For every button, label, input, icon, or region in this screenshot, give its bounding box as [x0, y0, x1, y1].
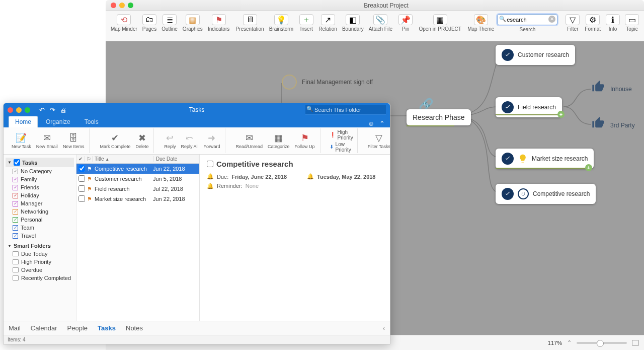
high-priority-button[interactable]: ❗High Priority — [330, 129, 353, 141]
tab-tools[interactable]: Tools — [78, 116, 105, 127]
nav-category[interactable]: ✓No Category — [6, 167, 74, 175]
task-row[interactable]: ⚑Market size researchJun 22, 2018 — [76, 194, 199, 204]
col-due[interactable]: Due Date — [154, 156, 199, 162]
footer-calendar[interactable]: Calendar — [31, 324, 57, 332]
row-checkbox[interactable] — [77, 175, 86, 183]
bell-icon: 🔔 — [207, 173, 214, 180]
forward-button[interactable]: ➜Forward — [202, 131, 221, 151]
chevron-left-icon[interactable]: ‹ — [383, 324, 385, 332]
nav-smart-folder[interactable]: Recently Completed — [6, 274, 74, 282]
tb-mapminder[interactable]: ⟲Map Minder — [109, 13, 139, 33]
nav-category[interactable]: ✓Friends — [6, 183, 74, 191]
tb-info[interactable]: ℹInfo — [604, 13, 622, 33]
detail-complete-checkbox[interactable] — [207, 161, 213, 167]
nav-smart-folder[interactable]: Overdue — [6, 266, 74, 274]
tb-brainstorm[interactable]: 💡Brainstorm — [267, 13, 295, 33]
col-check[interactable]: ✔ — [76, 156, 85, 162]
zoom-slider[interactable] — [577, 342, 627, 344]
nav-category[interactable]: ✓Manager — [6, 199, 74, 207]
nav-smart-folder[interactable]: Due Today — [6, 250, 74, 258]
close-button[interactable] — [8, 107, 13, 113]
tb-boundary[interactable]: ◧Boundary — [340, 13, 366, 33]
tb-presentation[interactable]: 🖥Presentation — [233, 13, 266, 33]
new-email-button[interactable]: ✉New Email — [35, 131, 59, 151]
node-customer[interactable]: Customer research — [496, 45, 575, 65]
expand-icon[interactable]: + — [557, 111, 565, 118]
tb-openproject[interactable]: ▦Open in PROJECT — [417, 13, 463, 33]
tb-insert[interactable]: ＋Insert — [297, 13, 315, 33]
follow-up-button[interactable]: ⚑Follow Up — [294, 131, 316, 151]
reply-all-button[interactable]: ⤺Reply All — [180, 131, 199, 151]
signoff-node[interactable]: Final Management sign off — [282, 75, 373, 90]
undo-icon[interactable]: ↶ — [39, 106, 45, 114]
node-competitive[interactable]: Competitive research — [496, 184, 596, 204]
collapse-ribbon-icon[interactable]: ⌃ — [379, 120, 385, 127]
thirdparty-label[interactable]: 3rd Party — [610, 122, 635, 129]
reply-button[interactable]: ↩Reply — [163, 131, 177, 151]
central-node[interactable]: Research Phase — [407, 109, 471, 125]
task-row[interactable]: ⚑Customer researchJun 5, 2018 — [76, 174, 199, 184]
category-checkbox-icon: ✓ — [13, 209, 18, 215]
zoom-level[interactable]: 117% — [548, 340, 562, 346]
nav-category[interactable]: ✓Team — [6, 224, 74, 232]
footer-mail[interactable]: Mail — [9, 324, 21, 332]
tb-relation[interactable]: ↗Relation — [316, 13, 339, 33]
filter-tasks-button[interactable]: ▽Filter Tasks — [367, 131, 390, 151]
nav-category[interactable]: ✓Family — [6, 175, 74, 183]
nav-tasks-header[interactable]: ▼Tasks — [6, 158, 74, 167]
minimize-button[interactable] — [16, 107, 22, 113]
low-priority-button[interactable]: ⬇Low Priority — [330, 142, 353, 153]
delete-button[interactable]: ✖Delete — [134, 131, 149, 151]
emoji-icon[interactable]: ☺ — [368, 120, 374, 127]
row-checkbox[interactable] — [77, 195, 86, 203]
tb-graphics[interactable]: ▦Graphics — [181, 13, 205, 33]
nav-category[interactable]: ✓Travel — [6, 232, 74, 240]
outlook-search-input[interactable] — [305, 105, 386, 114]
tb-filter[interactable]: ▽Filter — [564, 13, 582, 33]
tab-home[interactable]: Home — [9, 116, 38, 127]
tb-attach[interactable]: 📎Attach File — [367, 13, 394, 33]
inhouse-label[interactable]: Inhouse — [610, 86, 632, 93]
clear-search-icon[interactable]: ✕ — [548, 16, 555, 23]
mark-complete-button[interactable]: ✔Mark Complete — [99, 131, 131, 151]
footer-notes[interactable]: Notes — [126, 324, 143, 332]
tb-maptheme[interactable]: 🎨Map Theme — [465, 13, 496, 33]
view-mode-icon[interactable] — [632, 340, 639, 346]
nav-tasks-checkbox[interactable] — [14, 159, 20, 166]
close-button[interactable] — [111, 3, 116, 8]
tb-indicators[interactable]: ⚑Indicators — [206, 13, 231, 33]
nav-smart-folder[interactable]: High Priority — [6, 258, 74, 266]
row-checkbox[interactable] — [77, 185, 86, 193]
nav-category[interactable]: ✓Personal — [6, 216, 74, 224]
col-flag[interactable]: ⚐ — [85, 156, 93, 162]
signoff-label: Final Management sign off — [302, 79, 373, 86]
tb-outline[interactable]: ≣Outline — [159, 13, 180, 33]
read-unread-button[interactable]: ✉Read/Unread — [234, 131, 264, 151]
print-icon[interactable]: 🖨 — [60, 106, 67, 114]
chevron-up-icon[interactable]: ⌃ — [567, 339, 572, 346]
tb-format[interactable]: ⚙Format — [583, 13, 603, 33]
nav-smart-header[interactable]: ▼Smart Folders — [6, 240, 74, 250]
footer-tasks[interactable]: Tasks — [98, 324, 116, 332]
categorize-button[interactable]: ▦Categorize — [267, 131, 291, 151]
category-checkbox-icon: ✓ — [13, 225, 18, 231]
footer-people[interactable]: People — [67, 324, 88, 332]
new-task-button[interactable]: 📝New Task — [11, 131, 32, 151]
nav-category[interactable]: ✓Holiday — [6, 191, 74, 199]
tab-organize[interactable]: Organize — [40, 116, 76, 127]
expand-icon[interactable]: + — [585, 164, 592, 171]
minimize-button[interactable] — [119, 3, 125, 8]
node-market[interactable]: Market size research — [496, 149, 594, 169]
tb-topic[interactable]: ▭Topic — [623, 13, 641, 33]
task-row[interactable]: ⚑Competitive researchJun 22, 2018 — [76, 164, 199, 174]
redo-icon[interactable]: ↷ — [50, 106, 55, 114]
maximize-button[interactable] — [128, 3, 133, 8]
col-title[interactable]: Title ▲ — [93, 156, 154, 162]
new-items-button[interactable]: 🗄New Items — [62, 131, 86, 151]
nav-category[interactable]: ✓Networking — [6, 207, 74, 216]
row-checkbox[interactable] — [77, 165, 86, 173]
tb-pages[interactable]: 🗂Pages — [140, 13, 158, 33]
maximize-button[interactable] — [25, 107, 30, 113]
tb-pin[interactable]: 📌Pin — [396, 13, 415, 33]
task-row[interactable]: ⚑Field researchJul 22, 2018 — [76, 184, 199, 194]
